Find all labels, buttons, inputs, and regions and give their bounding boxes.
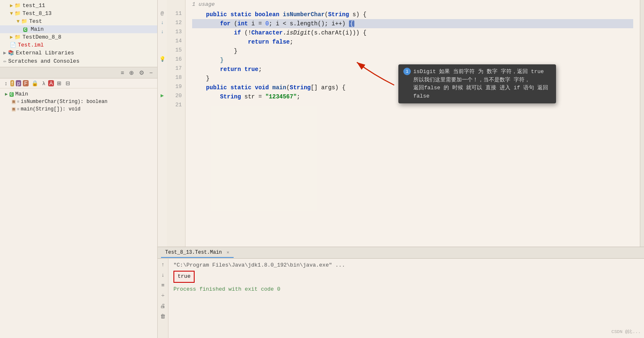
terminal-tab-main[interactable]: Test_8_13.Test.Main ✕	[161, 248, 234, 258]
code-line-12: for (int i = 0; i < s.length(); i++) {	[192, 19, 633, 28]
method-icon: m	[12, 107, 16, 112]
tree-label: Test	[29, 18, 42, 24]
code-container: @ ↓ ↓ 💡	[158, 0, 644, 247]
fields-btn[interactable]: f	[10, 80, 15, 86]
settings-btn[interactable]: ⚙	[138, 69, 146, 76]
code-line-11: public static boolean isNumberChar(Strin…	[192, 10, 633, 19]
usage-hint: 1 usage	[192, 0, 633, 9]
main-area: @ ↓ ↓ 💡	[158, 0, 644, 338]
structure-icons-row: ↕ f p F 🔒 λ A ⊞ ⊟	[0, 78, 157, 88]
method-icon: m	[12, 100, 16, 104]
terminal-tab-close[interactable]: ✕	[227, 250, 229, 255]
class-icon: ▶	[5, 91, 8, 97]
scroll-up-btn[interactable]: ↑	[159, 260, 167, 268]
terminal-result-wrapper: true	[173, 270, 639, 284]
close-btn[interactable]: −	[148, 69, 154, 76]
delete-btn[interactable]: 🗑	[159, 312, 167, 320]
tree-item-test813[interactable]: ▼ 📁 Test_8_13	[0, 10, 157, 17]
tree-item-test11[interactable]: ▶ 📁 test_11	[0, 2, 157, 10]
scratches-icon: ✏️	[3, 58, 7, 64]
terminal-tabs: Test_8_13.Test.Main ✕	[158, 247, 644, 259]
tree-label: test_11	[22, 2, 45, 9]
wrap-btn[interactable]: ≡	[159, 281, 167, 289]
code-editor[interactable]: 1 usage public static boolean isNumberCh…	[185, 0, 640, 247]
editor-area[interactable]: @ ↓ ↓ 💡	[158, 0, 644, 247]
lambda-btn[interactable]: λ	[41, 80, 46, 87]
sort-btn[interactable]: ≡	[120, 69, 125, 76]
arrow-right-icon: ▶	[10, 2, 13, 9]
arrow-right-icon: ▶	[10, 34, 13, 40]
tooltip-box: 1 isDigit 如果 当前字符 为 数字 字符，返回 true所以我们这里需…	[398, 64, 556, 103]
tree-item-iml[interactable]: 📄 Test.iml	[0, 41, 157, 49]
tree-item-extlib[interactable]: ▶ 📚 External Libraries	[0, 49, 157, 57]
tree-label: External Libraries	[16, 50, 74, 56]
tree-item-testdemo[interactable]: ▶ 📁 TestDemo_8_8	[0, 33, 157, 41]
tooltip-number: 1	[403, 68, 411, 75]
terminal-content: ↑ ↓ ≡ ÷ 🖨 🗑 "C:\Program Files\Java\jdk1.…	[158, 259, 644, 338]
library-icon: 📚	[8, 50, 14, 56]
filter2-btn[interactable]: ⊟	[64, 80, 71, 87]
sort-alpha-btn[interactable]: ↕	[3, 80, 9, 87]
file-icon: 📄	[10, 42, 16, 48]
terminal-tab-label: Test_8_13.Test.Main	[165, 250, 222, 255]
down-icon: ↓	[161, 27, 163, 37]
scratches-consoles-item[interactable]: ✏️ Scratches and Consoles	[0, 57, 157, 65]
code-line-14: return false;	[192, 37, 633, 47]
terminal-output: "C:\Program Files\Java\jdk1.8.0_192\bin\…	[168, 259, 644, 338]
static-icon: ≡	[17, 107, 20, 112]
folder-icon: 📁	[15, 10, 21, 17]
editor-scrollbar[interactable]	[640, 0, 644, 247]
expand-btn[interactable]: ⊕	[128, 69, 135, 76]
clear-btn[interactable]: 🖨	[159, 302, 167, 310]
code-line-16: }	[192, 56, 633, 65]
sidebar: ▶ 📁 test_11 ▼ 📁 Test_8_13 ▼ 📁 Test C Mai…	[0, 0, 158, 338]
folder-icon: 📁	[21, 18, 27, 24]
props-btn[interactable]: p	[16, 80, 21, 86]
breakpoint-icon: ↓	[161, 18, 163, 27]
terminal-result: true	[173, 271, 195, 283]
structure-tree: ▶ C Main m ≡ isNumberChar(String): boole…	[0, 88, 157, 115]
arrow-down-icon: ▼	[17, 19, 20, 24]
folder-icon: 📁	[15, 2, 21, 9]
bulb-icon: 💡	[159, 55, 166, 64]
lock-btn[interactable]: 🔒	[30, 80, 39, 87]
structure-header: ≡ ⊕ ⚙ −	[0, 67, 157, 78]
project-tree: ▶ 📁 test_11 ▼ 📁 Test_8_13 ▼ 📁 Test C Mai…	[0, 0, 157, 67]
terminal-exit-msg: Process finished with exit code 0	[173, 285, 639, 294]
main-class-icon: C	[23, 27, 27, 32]
tree-item-test[interactable]: ▼ 📁 Test	[0, 17, 157, 25]
struct-item-isnumber[interactable]: m ≡ isNumberChar(String): boolean	[3, 98, 154, 105]
struct-class-label: Main	[15, 91, 28, 97]
code-line-15: }	[192, 47, 633, 56]
terminal-area: Test_8_13.Test.Main ✕ ↑ ↓ ≡ ÷ 🖨 🗑 "C:\Pr…	[158, 247, 644, 338]
struct-item-main[interactable]: ▶ C Main	[3, 90, 154, 98]
arrow-down-icon: ▼	[10, 11, 13, 17]
tree-label: TestDemo_8_8	[22, 34, 61, 40]
arrow-right-icon: ▶	[3, 50, 6, 56]
structure-panel: ≡ ⊕ ⚙ − ↕ f p F 🔒 λ A ⊞ ⊟ ▶ C Main	[0, 67, 157, 338]
anon-btn[interactable]: A	[48, 80, 54, 86]
static-icon: ≡	[17, 100, 20, 104]
scroll-down-btn[interactable]: ↓	[159, 271, 167, 279]
tree-label: Test_8_13	[22, 10, 51, 17]
filter-btn[interactable]: ÷	[159, 291, 167, 299]
terminal-cmd: "C:\Program Files\Java\jdk1.8.0_192\bin\…	[173, 261, 639, 270]
struct-method-label: isNumberChar(String): boolean	[21, 99, 107, 105]
code-line-13: if (!Character.isDigit(s.charAt(i))) {	[192, 28, 633, 37]
tree-label: Test.iml	[18, 42, 44, 48]
folder-icon: 📁	[15, 34, 21, 40]
filter1-btn[interactable]: ⊞	[56, 80, 63, 87]
tooltip-content: 1 isDigit 如果 当前字符 为 数字 字符，返回 true所以我们这里需…	[403, 68, 551, 100]
line-numbers: 11 12 13 14 15 16 17 18 19 20 21	[167, 0, 185, 247]
terminal-side-buttons: ↑ ↓ ≡ ÷ 🖨 🗑	[158, 259, 168, 338]
class-file-icon: C	[10, 91, 14, 97]
methods-btn[interactable]: F	[23, 80, 29, 86]
run-icon[interactable]: ▶	[161, 91, 164, 100]
annotation-icon: @	[161, 9, 164, 18]
tree-label: Main	[31, 26, 44, 32]
scratches-label: Scratches and Consoles	[8, 58, 80, 64]
struct-item-mainmethod[interactable]: m ≡ main(String[]): void	[3, 105, 154, 113]
tree-item-main[interactable]: C Main	[0, 25, 157, 33]
struct-method-label: main(String[]): void	[21, 106, 80, 112]
watermark: CSDN @比...	[612, 328, 641, 335]
